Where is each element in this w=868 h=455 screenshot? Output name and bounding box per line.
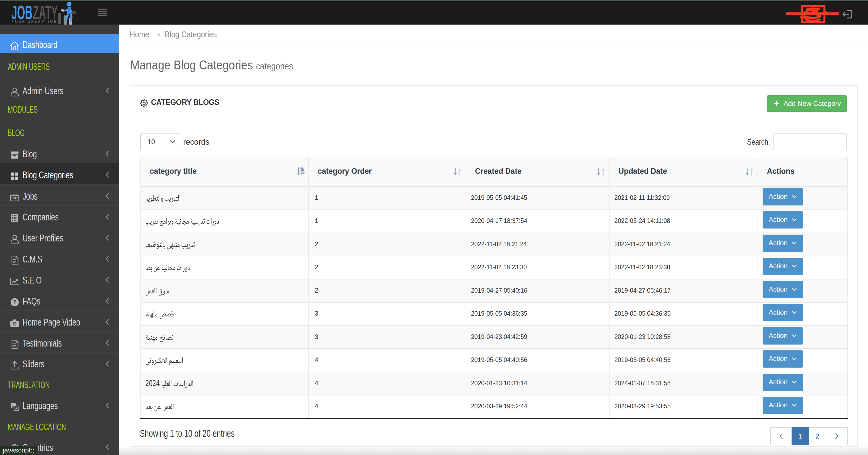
svg-text:YOUR DREAM JOB: YOUR DREAM JOB <box>12 19 57 24</box>
svg-text:A: A <box>15 406 18 410</box>
svg-text:?: ? <box>13 299 17 306</box>
